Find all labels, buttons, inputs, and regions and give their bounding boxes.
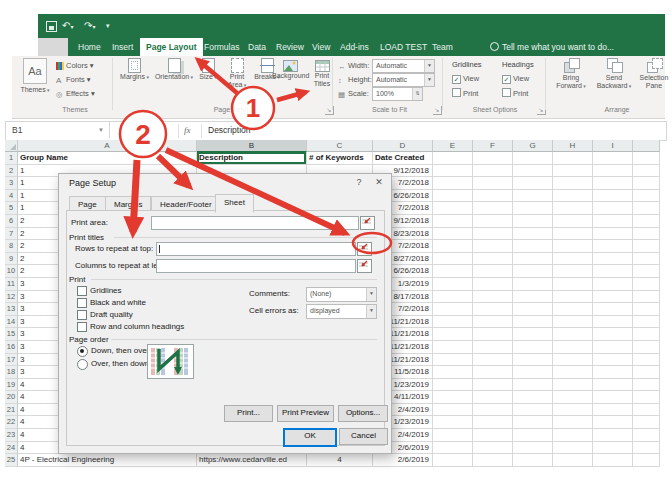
cell[interactable]	[513, 202, 553, 215]
cell[interactable]	[473, 328, 513, 341]
cell[interactable]	[633, 228, 660, 241]
cell[interactable]	[513, 303, 553, 316]
cell[interactable]	[593, 190, 633, 203]
cancel-button[interactable]: Cancel	[339, 428, 388, 445]
cell[interactable]	[553, 190, 593, 203]
cell[interactable]	[553, 215, 593, 228]
margins-button[interactable]: Margins	[116, 58, 153, 81]
cell[interactable]	[473, 215, 513, 228]
row-header-17[interactable]: 17	[5, 354, 18, 367]
row-header-16[interactable]: 16	[5, 341, 18, 354]
row-header-20[interactable]: 20	[5, 391, 18, 404]
cell[interactable]	[633, 165, 660, 178]
cell[interactable]	[473, 341, 513, 354]
cell[interactable]	[473, 278, 513, 291]
gridlines-view-checkbox[interactable]: ✓View	[452, 74, 479, 84]
column-header-I[interactable]: I	[593, 140, 633, 152]
cell[interactable]: 4	[307, 454, 373, 467]
cell[interactable]	[433, 253, 473, 266]
row-header-15[interactable]: 15	[5, 328, 18, 341]
cell[interactable]	[553, 253, 593, 266]
row-header-11[interactable]: 11	[5, 278, 18, 291]
cell[interactable]	[433, 404, 473, 417]
cell[interactable]	[513, 190, 553, 203]
cell[interactable]	[553, 366, 593, 379]
cell[interactable]	[633, 303, 660, 316]
tab-page-layout[interactable]: Page Layout	[140, 38, 203, 56]
cell[interactable]	[473, 303, 513, 316]
tab-add-ins[interactable]: Add-ins	[334, 38, 375, 56]
height-select[interactable]: Automatic▼	[372, 73, 435, 87]
cell[interactable]	[633, 379, 660, 392]
cell[interactable]	[513, 215, 553, 228]
column-header-H[interactable]: H	[553, 140, 593, 152]
cell[interactable]	[633, 190, 660, 203]
cell[interactable]	[593, 379, 633, 392]
cell[interactable]	[513, 404, 553, 417]
cell[interactable]	[553, 328, 593, 341]
print-preview-button[interactable]: Print Preview	[277, 405, 334, 422]
cell[interactable]	[633, 278, 660, 291]
close-icon[interactable]: ✕	[371, 177, 387, 187]
cell[interactable]	[633, 391, 660, 404]
column-header-F[interactable]: F	[473, 140, 513, 152]
row-header-21[interactable]: 21	[5, 404, 18, 417]
help-icon[interactable]: ?	[351, 177, 367, 187]
name-box[interactable]: B1▼	[6, 122, 110, 138]
cell[interactable]	[553, 429, 593, 442]
cell[interactable]	[473, 190, 513, 203]
cell[interactable]	[593, 278, 633, 291]
dialog-tab-sheet[interactable]: Sheet	[215, 194, 254, 213]
gridlines-print-checkbox[interactable]: Print	[452, 88, 478, 98]
cell[interactable]	[553, 404, 593, 417]
cell[interactable]	[433, 265, 473, 278]
row-header-25[interactable]: 25	[5, 454, 18, 467]
cell[interactable]	[593, 253, 633, 266]
cell[interactable]	[473, 228, 513, 241]
row-header-5[interactable]: 5	[5, 202, 18, 215]
qat-customize-icon[interactable]: ▾	[106, 19, 110, 33]
draft-quality-checkbox[interactable]	[77, 310, 87, 320]
cell[interactable]	[633, 328, 660, 341]
cell[interactable]	[513, 228, 553, 241]
row-header-12[interactable]: 12	[5, 291, 18, 304]
bring-forward-button[interactable]: Bring Forward	[552, 58, 590, 90]
column-header-D[interactable]: D	[373, 140, 433, 152]
cell[interactable]	[593, 341, 633, 354]
cell[interactable]	[513, 278, 553, 291]
cell[interactable]	[593, 328, 633, 341]
cell[interactable]	[593, 391, 633, 404]
cell[interactable]: 4P - Electrical Engineering	[18, 454, 197, 467]
cols-repeat-input[interactable]	[156, 259, 356, 273]
cell[interactable]	[553, 354, 593, 367]
row-header-14[interactable]: 14	[5, 316, 18, 329]
cell[interactable]	[433, 442, 473, 455]
cell[interactable]	[473, 366, 513, 379]
tab-home[interactable]: Home	[72, 38, 107, 56]
cell[interactable]	[633, 429, 660, 442]
cell[interactable]	[473, 379, 513, 392]
cell[interactable]	[513, 341, 553, 354]
cell[interactable]	[433, 202, 473, 215]
orientation-button[interactable]: Orientation	[154, 58, 194, 81]
column-header-E[interactable]: E	[433, 140, 473, 152]
cell[interactable]	[513, 240, 553, 253]
column-header-C[interactable]: C	[307, 140, 373, 152]
cell[interactable]	[513, 416, 553, 429]
cell[interactable]	[473, 177, 513, 190]
row-header-22[interactable]: 22	[5, 416, 18, 429]
cell[interactable]	[553, 416, 593, 429]
cell[interactable]	[633, 454, 660, 467]
cell[interactable]	[433, 228, 473, 241]
cell[interactable]	[593, 303, 633, 316]
cell[interactable]	[633, 265, 660, 278]
cell[interactable]	[513, 366, 553, 379]
row-header-18[interactable]: 18	[5, 366, 18, 379]
cell[interactable]	[593, 240, 633, 253]
cell[interactable]	[473, 253, 513, 266]
cell[interactable]: Date Created	[373, 152, 433, 165]
cell[interactable]	[593, 429, 633, 442]
file-tab[interactable]	[38, 38, 68, 56]
cell[interactable]	[553, 165, 593, 178]
cell[interactable]	[433, 454, 473, 467]
